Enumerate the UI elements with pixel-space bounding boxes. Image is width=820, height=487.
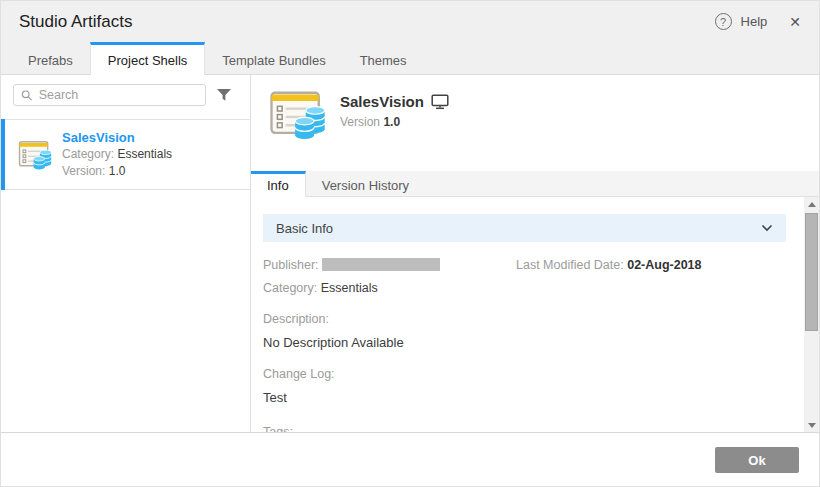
tab-project-shells[interactable]: Project Shells	[90, 42, 205, 75]
artifact-icon	[18, 139, 52, 170]
dialog-titlebar: Studio Artifacts ? Help ✕	[1, 1, 819, 42]
dialog-body: SalesVision Category: Essentials Version…	[1, 75, 819, 432]
help-link[interactable]: Help	[741, 14, 768, 29]
last-modified-field: Last Modified Date: 02-Aug-2018	[516, 258, 786, 272]
detail-title: SalesVision	[340, 93, 424, 110]
detail-version: Version 1.0	[340, 115, 449, 129]
desktop-monitor-icon	[431, 94, 449, 110]
filter-icon[interactable]	[216, 88, 232, 102]
tab-info[interactable]: Info	[251, 171, 306, 197]
tags-label: Tags:	[263, 425, 786, 432]
search-input[interactable]	[39, 88, 198, 102]
artifact-item-texts: SalesVision Category: Essentials Version…	[62, 129, 172, 180]
scrollbar-down-arrow[interactable]	[804, 418, 819, 432]
category-field: Category: Essentials	[263, 281, 786, 295]
publisher-row: Publisher: Last Modified Date: 02-Aug-20…	[263, 258, 786, 272]
scrollbar-up-arrow[interactable]	[804, 197, 819, 211]
close-icon[interactable]: ✕	[789, 14, 801, 30]
description-value: No Description Available	[263, 335, 786, 350]
artifact-icon-large	[269, 88, 326, 140]
artifact-item-version: Version: 1.0	[62, 163, 172, 180]
selected-indicator	[1, 119, 5, 190]
detail-title-block: SalesVision Version 1.0	[340, 88, 449, 171]
description-label: Description:	[263, 312, 786, 326]
section-title: Basic Info	[276, 221, 333, 236]
changelog-value: Test	[263, 390, 786, 405]
search-row	[1, 75, 250, 106]
search-box[interactable]	[13, 84, 206, 106]
basic-info-section-header[interactable]: Basic Info	[263, 214, 786, 242]
artifact-item-title: SalesVision	[62, 129, 172, 146]
artifact-list-item-salesvision[interactable]: SalesVision Category: Essentials Version…	[1, 119, 250, 190]
scrollbar-thumb[interactable]	[805, 213, 818, 331]
ok-button[interactable]: Ok	[715, 447, 799, 473]
detail-content-wrap: Basic Info Publisher: Last Modified D	[251, 197, 819, 432]
artifact-detail-panel: SalesVision Version 1.0 Info Ver	[251, 75, 819, 432]
dialog-footer: Ok	[1, 432, 819, 487]
studio-artifacts-dialog: Studio Artifacts ? Help ✕ Prefabs Projec…	[0, 0, 820, 487]
titlebar-actions: ? Help ✕	[715, 13, 801, 30]
help-icon[interactable]: ?	[715, 13, 732, 30]
changelog-label: Change Log:	[263, 367, 786, 381]
dialog-title: Studio Artifacts	[19, 12, 715, 32]
tab-themes[interactable]: Themes	[343, 42, 424, 75]
chevron-down-icon	[761, 224, 773, 232]
vertical-scrollbar[interactable]	[804, 197, 819, 432]
search-icon	[21, 89, 33, 102]
artifact-type-tabbar: Prefabs Project Shells Template Bundles …	[1, 42, 819, 75]
detail-tabbar: Info Version History	[251, 171, 819, 197]
detail-content: Basic Info Publisher: Last Modified D	[251, 197, 804, 432]
detail-header: SalesVision Version 1.0	[251, 75, 819, 171]
artifact-item-category: Category: Essentials	[62, 146, 172, 163]
tab-version-history[interactable]: Version History	[306, 171, 425, 197]
tab-template-bundles[interactable]: Template Bundles	[205, 42, 342, 75]
publisher-field: Publisher:	[263, 258, 516, 272]
artifact-list-sidebar: SalesVision Category: Essentials Version…	[1, 75, 251, 432]
publisher-redacted-value	[322, 258, 440, 271]
tab-prefabs[interactable]: Prefabs	[11, 42, 90, 75]
